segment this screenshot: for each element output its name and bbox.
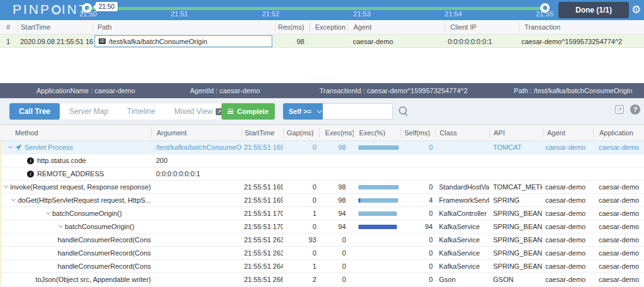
method-cell: i REMOTE_ADDRESS xyxy=(0,167,151,180)
help-icon[interactable]: ? xyxy=(630,104,640,115)
selected-path-box[interactable]: /test/kafka/batchConsumeOrigin xyxy=(94,35,272,47)
exec-ms-cell: 0 xyxy=(319,273,353,286)
chevron-down-icon[interactable] xyxy=(9,200,18,201)
call-tree-row[interactable]: batchConsumeOrigin() 21:55:51 170 0 94 9… xyxy=(0,220,644,234)
timeline-tick: 21:52 xyxy=(262,10,280,18)
exec-ms-cell: 94 xyxy=(319,220,353,233)
self-ms-cell: 4 xyxy=(401,194,435,206)
agent-cell: caesar-demo xyxy=(543,207,593,220)
pinpoint-logo: PINPINT xyxy=(13,2,89,17)
column-header[interactable]: Exception xyxy=(309,23,347,32)
column-header[interactable]: Client IP xyxy=(445,23,519,32)
method-cell: handleConsumerRecord(Cons xyxy=(0,247,151,259)
column-header[interactable]: # xyxy=(0,23,18,32)
exec-ms-cell: 0 xyxy=(319,234,353,246)
class-cell: Gson xyxy=(435,273,489,286)
column-header[interactable]: Class xyxy=(435,128,489,138)
chevron-down-icon[interactable] xyxy=(44,213,52,214)
detail-header-item: TransactionId : caesar-demo^159957325477… xyxy=(319,83,468,98)
call-tree-row[interactable]: Servlet Process /test/kafka/batchConsume… xyxy=(0,141,644,154)
agent-cell: caesar-demo xyxy=(543,273,593,286)
call-tree-row[interactable]: toJson(Object src, Appendable writer) 21… xyxy=(0,273,644,286)
chevron-down-icon[interactable] xyxy=(6,147,14,148)
gear-icon[interactable]: ⚙ xyxy=(631,3,641,16)
column-header[interactable]: Gap(ms) xyxy=(283,128,319,138)
complete-button[interactable]: Complete xyxy=(221,103,275,120)
method-name: batchConsumeOrigin() xyxy=(52,207,122,220)
column-header[interactable]: Agent xyxy=(543,128,593,138)
timeline-range-track[interactable] xyxy=(87,7,545,10)
class-cell: KafkaService xyxy=(435,247,489,259)
starttime-cell: 21:55:51 266 xyxy=(242,273,283,286)
filter-dropdown[interactable]: Self >= xyxy=(283,103,327,120)
tab-label: Timeline xyxy=(127,103,155,120)
class-cell: StandardHostValve xyxy=(435,181,489,193)
column-header[interactable]: Transaction xyxy=(519,23,644,32)
method-cell: handleConsumerRecord(Cons xyxy=(0,234,151,246)
chevron-down-icon[interactable] xyxy=(57,226,65,227)
argument-cell: /test/kafka/batchConsumeOrigin xyxy=(151,141,242,154)
list-icon xyxy=(228,109,233,114)
transaction-table-header: #StartTimePathRes(ms)↓ExceptionAgentClie… xyxy=(0,20,644,35)
column-header[interactable]: Exec(ms) xyxy=(319,128,353,138)
chevron-down-icon[interactable] xyxy=(2,186,10,188)
call-tree-row[interactable]: handleConsumerRecord(Cons 21:55:51 264 1… xyxy=(0,260,644,273)
column-header[interactable]: StartTime xyxy=(242,128,283,138)
starttime-cell: 21:55:51 169 xyxy=(242,141,283,154)
transaction-row[interactable]: 1 2020.09.08 21:55:51 169 /test/kafka/ba… xyxy=(0,35,644,48)
call-tree-row[interactable]: batchConsumeOrigin() 21:55:51 170 1 94 0… xyxy=(0,207,644,220)
exec-ms-cell: 0 xyxy=(319,260,353,273)
complete-label: Complete xyxy=(237,108,269,115)
api-cell: SPRING_BEAN xyxy=(489,207,543,220)
call-tree-row[interactable]: i http.status.code 200 xyxy=(0,154,644,167)
column-header[interactable]: Path xyxy=(93,23,275,32)
column-header[interactable]: Res(ms)↓ xyxy=(275,23,309,32)
api-cell: GSON xyxy=(489,273,543,286)
timeline-tick: 21:51 xyxy=(170,10,188,18)
self-ms-cell: 0 xyxy=(401,234,435,246)
column-header[interactable]: Agent xyxy=(347,23,445,32)
call-tree-row[interactable]: invoke(Request request, Response respons… xyxy=(0,181,644,194)
response-ms-cell: 98 xyxy=(275,38,309,45)
detail-header-item: AgentId : caesar-demo xyxy=(190,83,260,98)
tab-label: Call Tree xyxy=(19,103,50,120)
tab-timeline[interactable]: Timeline xyxy=(118,103,165,120)
call-tree-row[interactable]: handleConsumerRecord(Cons 21:55:51 263 9… xyxy=(0,234,644,247)
search-icon[interactable] xyxy=(399,106,409,116)
method-name: invoke(Request request, Response respons… xyxy=(10,181,151,193)
logo-ring-icon xyxy=(52,5,61,14)
open-in-new-window-icon[interactable]: ↗ xyxy=(615,105,624,114)
search-input[interactable] xyxy=(323,103,393,120)
method-cell: toJson(Object src, Appendable writer) xyxy=(0,273,151,286)
column-header[interactable]: Self(ms) xyxy=(401,128,435,138)
class-cell: KafkaService xyxy=(435,234,489,246)
starttime-cell: 21:55:51 264 xyxy=(242,260,283,273)
call-tree-row[interactable]: i REMOTE_ADDRESS 0:0:0:0:0:0:0:1 xyxy=(0,167,644,181)
column-header[interactable]: Argument xyxy=(151,128,242,138)
client-ip-cell: 0:0:0:0:0:0:0:1 xyxy=(445,38,519,45)
column-header[interactable]: Exec(%) xyxy=(353,128,401,138)
agent-cell: caesar-demo xyxy=(543,247,593,259)
column-header[interactable]: StartTime xyxy=(18,23,93,32)
column-header[interactable]: Application xyxy=(593,128,644,138)
tab-call-tree[interactable]: Call Tree xyxy=(9,103,60,120)
class-cell: FrameworkServlet xyxy=(435,194,489,206)
view-tabs: Call TreeServer MapTimelineMixed View↗ xyxy=(9,103,233,120)
agent-cell: caesar-demo xyxy=(543,181,593,193)
method-name: handleConsumerRecord(Cons xyxy=(57,247,151,259)
filter-label: Self >= xyxy=(289,108,311,115)
gap-ms-cell: 0 xyxy=(283,220,319,233)
starttime-cell: 21:55:51 169 xyxy=(242,194,283,206)
method-name: handleConsumerRecord(Cons xyxy=(57,260,151,273)
agent-cell: caesar-demo xyxy=(543,234,593,246)
call-tree-row[interactable]: handleConsumerRecord(Cons 21:55:51 263 0… xyxy=(0,247,644,260)
column-header[interactable]: Method xyxy=(0,128,151,138)
timeline-tick: 21:54 xyxy=(445,10,462,18)
done-button[interactable]: Done (1/1) xyxy=(558,2,629,18)
gap-ms-cell: 0 xyxy=(283,181,319,193)
column-header[interactable]: API xyxy=(489,128,543,138)
class-cell: KafkaController xyxy=(435,207,489,220)
call-tree-row[interactable]: doGet(HttpServletRequest request, HttpS.… xyxy=(0,194,644,207)
api-cell: TOMCAT_METHOD xyxy=(489,181,543,193)
tab-server-map[interactable]: Server Map xyxy=(60,103,118,120)
